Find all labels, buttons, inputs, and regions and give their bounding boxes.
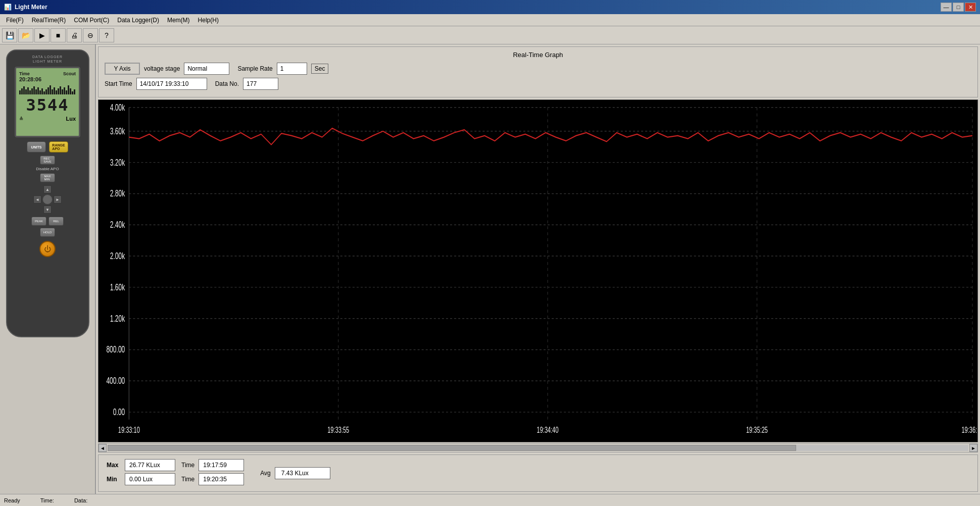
title-bar-left: 📊 Light Meter — [4, 4, 47, 11]
menu-file[interactable]: File(F) — [2, 16, 28, 25]
svg-text:19:33:10: 19:33:10 — [118, 425, 140, 435]
screen-time-row: Time Scout — [19, 71, 76, 76]
graph-title: Real-Time Graph — [105, 51, 971, 59]
menu-comport[interactable]: COM Port(C) — [70, 16, 113, 25]
max-label: Max — [107, 462, 121, 469]
toolbar: 💾 📂 ▶ ■ 🖨 ⊖ ? — [0, 26, 980, 44]
min-row: Min 0.00 Lux Time 19:20:35 — [107, 473, 244, 485]
close-button[interactable]: ✕ — [965, 3, 976, 12]
rel-button[interactable]: REL — [48, 217, 64, 226]
print-button[interactable]: 🖨 — [67, 28, 82, 42]
menu-help[interactable]: Help(H) — [194, 16, 223, 25]
device-small-btns: PEAK REL — [31, 217, 64, 226]
max-min-button[interactable]: MAXMIN — [40, 173, 55, 182]
status-ready: Ready — [4, 497, 20, 503]
svg-text:3.20k: 3.20k — [110, 157, 125, 167]
nav-up-button[interactable]: ▲ — [43, 185, 52, 193]
svg-text:1.60k: 1.60k — [110, 282, 125, 292]
title-bar: 📊 Light Meter — □ ✕ — [0, 0, 980, 14]
menu-datalogger[interactable]: Data Logger(D) — [113, 16, 163, 25]
nav-left-button[interactable]: ◄ — [33, 195, 41, 204]
y-axis-button[interactable]: Y Axis — [105, 63, 140, 75]
stats-panel: Max 26.77 KLux Time 19:17:59 Min 0.00 Lu… — [98, 454, 978, 492]
scroll-track[interactable] — [108, 445, 968, 451]
min-time-label: Time — [181, 476, 194, 483]
nav-center — [42, 194, 53, 205]
sec-label: Sec — [311, 64, 329, 74]
data-no-input[interactable] — [243, 78, 278, 90]
peak-button[interactable]: PEAK — [31, 217, 46, 226]
svg-text:19:34:40: 19:34:40 — [537, 425, 559, 435]
svg-text:19:35:25: 19:35:25 — [746, 425, 768, 435]
main-content: DATA LOGGERLIGHT METER Time Scout 20:28:… — [0, 44, 980, 494]
nav-right-button[interactable]: ► — [54, 195, 62, 204]
device-btn-row2: RECSAVE — [40, 156, 55, 165]
svg-text:19:36:10: 19:36:10 — [961, 425, 977, 435]
start-time-input[interactable] — [136, 78, 207, 90]
svg-text:400.00: 400.00 — [106, 376, 125, 386]
rec-save-button[interactable]: RECSAVE — [40, 156, 55, 165]
screen-time-label: Time — [19, 71, 30, 76]
device-btn-row3: MAXMIN — [40, 173, 55, 182]
max-value: 26.77 KLux — [125, 459, 175, 471]
play-button[interactable]: ▶ — [34, 28, 50, 42]
avg-section: Avg 7.43 KLux — [260, 467, 330, 479]
device-screen: Time Scout 20:28:06 — [15, 67, 80, 137]
graph-controls: Y Axis voltage stage Sample Rate Sec — [105, 63, 971, 75]
title-bar-buttons: — □ ✕ — [941, 3, 976, 12]
max-time-value: 19:17:59 — [199, 459, 244, 471]
hold-button[interactable]: HOLD — [40, 228, 55, 237]
svg-text:4.00k: 4.00k — [110, 102, 125, 112]
status-time-label: Time: — [40, 497, 54, 503]
scroll-thumb[interactable] — [108, 445, 796, 451]
units-button[interactable]: UNITS — [27, 141, 46, 153]
max-section: Max 26.77 KLux Time 19:17:59 Min 0.00 Lu… — [107, 459, 244, 487]
max-time-label: Time — [181, 462, 194, 469]
min-label: Min — [107, 476, 121, 483]
screen-time-value-row: 20:28:06 — [19, 76, 76, 82]
graph-header: Real-Time Graph Y Axis voltage stage Sam… — [98, 46, 978, 97]
graph-svg: 0.00 400.00 800.00 1.20k 1.60k 2.00k 2.4… — [99, 100, 977, 442]
device-hold-row: HOLD — [40, 228, 55, 237]
svg-text:2.40k: 2.40k — [110, 220, 125, 230]
voltage-stage-label: voltage stage — [144, 65, 180, 72]
minimize-button[interactable]: — — [941, 3, 952, 12]
open-button[interactable]: 📂 — [18, 28, 33, 42]
maximize-button[interactable]: □ — [953, 3, 964, 12]
nav-cross: ▲ ▼ ◄ ► — [32, 184, 63, 215]
status-bar: Ready Time: Data: — [0, 494, 980, 506]
zoom-out-button[interactable]: ⊖ — [83, 28, 98, 42]
graph-canvas: 0.00 400.00 800.00 1.20k 1.60k 2.00k 2.4… — [98, 99, 978, 442]
avg-label: Avg — [260, 470, 270, 477]
menu-mem[interactable]: Mem(M) — [163, 16, 194, 25]
power-button[interactable]: ⏻ — [39, 241, 56, 257]
svg-text:1.20k: 1.20k — [110, 313, 125, 323]
scroll-right-arrow[interactable]: ► — [969, 444, 977, 452]
graph-controls-2: Start Time Data No. — [105, 78, 971, 90]
svg-text:800.00: 800.00 — [106, 344, 125, 355]
svg-text:2.00k: 2.00k — [110, 251, 125, 261]
screen-unit-row: ≜ Lux — [19, 116, 76, 122]
min-time-value: 19:20:35 — [199, 473, 244, 485]
graph-panel: Real-Time Graph Y Axis voltage stage Sam… — [96, 44, 980, 494]
sample-rate-input[interactable] — [277, 63, 307, 75]
voltage-stage-input[interactable] — [184, 63, 229, 75]
scrollbar[interactable]: ◄ ► — [98, 443, 978, 452]
status-data-label: Data: — [74, 497, 87, 503]
max-row: Max 26.77 KLux Time 19:17:59 — [107, 459, 244, 471]
sample-rate-label: Sample Rate — [237, 65, 272, 72]
svg-text:2.80k: 2.80k — [110, 188, 125, 198]
screen-value: 3544 — [26, 95, 69, 115]
scroll-left-arrow[interactable]: ◄ — [99, 444, 107, 452]
svg-rect-0 — [99, 100, 977, 442]
range-apo-button[interactable]: RANGEAPO — [49, 141, 68, 153]
menu-realtime[interactable]: RealTime(R) — [28, 16, 70, 25]
device-illustration: DATA LOGGERLIGHT METER Time Scout 20:28:… — [6, 49, 89, 337]
save-button[interactable]: 💾 — [2, 28, 17, 42]
help-button[interactable]: ? — [99, 28, 114, 42]
min-value: 0.00 Lux — [125, 473, 175, 485]
nav-down-button[interactable]: ▼ — [43, 206, 52, 214]
stop-button[interactable]: ■ — [51, 28, 66, 42]
device-top-label: DATA LOGGERLIGHT METER — [32, 55, 63, 64]
screen-bars — [19, 84, 76, 94]
